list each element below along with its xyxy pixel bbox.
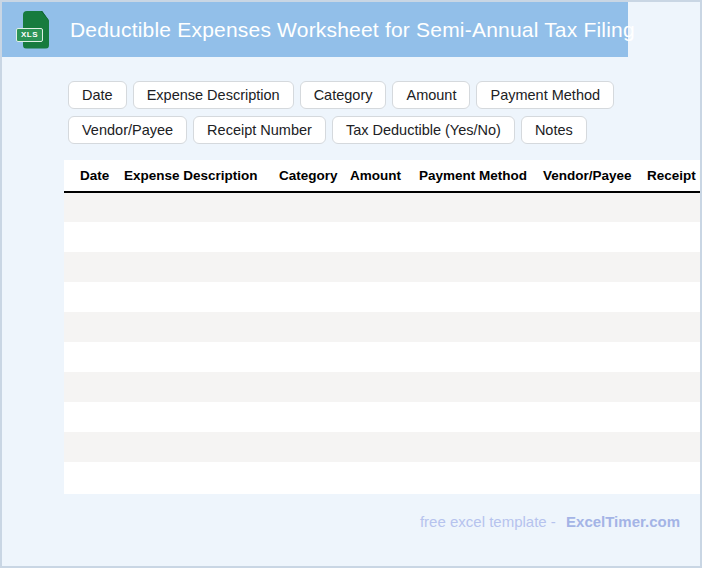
xls-file-icon: XLS [19,11,49,49]
table-cell[interactable] [124,432,279,462]
table-cell[interactable] [350,432,419,462]
table-cell[interactable] [279,342,350,372]
table-cell[interactable] [64,222,124,252]
footer-brand-link[interactable]: ExcelTimer.com [566,513,680,530]
field-chip-notes[interactable]: Notes [521,116,587,144]
table-cell[interactable] [350,282,419,312]
table-cell[interactable] [647,222,702,252]
table-cell[interactable] [64,432,124,462]
table-cell[interactable] [64,252,124,282]
table-cell[interactable] [350,192,419,222]
table-row[interactable] [64,372,702,402]
table-cell[interactable] [543,222,647,252]
table-row[interactable] [64,222,702,252]
table-cell[interactable] [543,402,647,432]
table-row[interactable] [64,432,702,462]
table-cell[interactable] [647,312,702,342]
table-cell[interactable] [350,402,419,432]
table-cell[interactable] [279,402,350,432]
table-cell[interactable] [419,342,543,372]
table-cell[interactable] [64,462,124,492]
field-chip-tax-deductible-yes-no[interactable]: Tax Deductible (Yes/No) [332,116,515,144]
xls-badge-label: XLS [16,28,43,42]
table-cell[interactable] [64,402,124,432]
table-cell[interactable] [350,222,419,252]
table-cell[interactable] [647,342,702,372]
table-cell[interactable] [647,282,702,312]
table-cell[interactable] [64,282,124,312]
page: { "header": { "title": "Deductible Expen… [0,0,702,568]
page-title: Deductible Expenses Worksheet for Semi-A… [70,18,635,42]
xls-fold-corner [41,11,49,21]
table-cell[interactable] [419,462,543,492]
table-cell[interactable] [350,252,419,282]
table-row[interactable] [64,462,702,492]
table-cell[interactable] [279,282,350,312]
field-chip-payment-method[interactable]: Payment Method [476,81,614,109]
footer-text: free excel template - [420,513,556,530]
table-cell[interactable] [124,192,279,222]
table-cell[interactable] [543,192,647,222]
field-chip-category[interactable]: Category [300,81,387,109]
table-cell[interactable] [64,192,124,222]
table-cell[interactable] [419,372,543,402]
table-cell[interactable] [279,462,350,492]
table-cell[interactable] [279,222,350,252]
table-row[interactable] [64,312,702,342]
header-bar: XLS Deductible Expenses Worksheet for Se… [2,2,628,57]
table-cell[interactable] [279,372,350,402]
table-cell[interactable] [279,192,350,222]
table-cell[interactable] [543,462,647,492]
table-cell[interactable] [64,372,124,402]
table-cell[interactable] [350,312,419,342]
table-cell[interactable] [279,312,350,342]
table-cell[interactable] [543,312,647,342]
table-cell[interactable] [647,402,702,432]
field-chips: DateExpense DescriptionCategoryAmountPay… [68,81,700,144]
table-cell[interactable] [350,342,419,372]
table-cell[interactable] [124,222,279,252]
table-cell[interactable] [647,432,702,462]
table-cell[interactable] [419,282,543,312]
table-cell[interactable] [64,312,124,342]
table-cell[interactable] [419,222,543,252]
table-cell[interactable] [64,342,124,372]
table-cell[interactable] [124,402,279,432]
table-cell[interactable] [647,372,702,402]
table-row[interactable] [64,342,702,372]
table-cell[interactable] [419,252,543,282]
table-cell[interactable] [647,252,702,282]
table-cell[interactable] [124,282,279,312]
table-cell[interactable] [543,252,647,282]
table-cell[interactable] [419,192,543,222]
table-cell[interactable] [350,372,419,402]
table-cell[interactable] [350,462,419,492]
table-cell[interactable] [124,462,279,492]
table-cell[interactable] [543,342,647,372]
table-cell[interactable] [124,372,279,402]
table-cell[interactable] [543,432,647,462]
table-cell[interactable] [419,312,543,342]
table-cell[interactable] [279,432,350,462]
field-chip-amount[interactable]: Amount [392,81,470,109]
table-cell[interactable] [647,192,702,222]
field-chip-date[interactable]: Date [68,81,127,109]
table-cell[interactable] [647,462,702,492]
table-row[interactable] [64,192,702,222]
table-row[interactable] [64,402,702,432]
table-cell[interactable] [279,252,350,282]
table-cell[interactable] [124,342,279,372]
table-cell[interactable] [124,312,279,342]
field-chip-receipt-number[interactable]: Receipt Number [193,116,326,144]
table-cell[interactable] [419,432,543,462]
column-header-category: Category [279,160,350,192]
field-chip-expense-description[interactable]: Expense Description [133,81,294,109]
table-row[interactable] [64,252,702,282]
table-cell[interactable] [419,402,543,432]
table-cell[interactable] [543,282,647,312]
table-cell[interactable] [543,372,647,402]
table-cell[interactable] [124,252,279,282]
field-chip-vendor-payee[interactable]: Vendor/Payee [68,116,187,144]
column-header-date: Date [64,160,124,192]
table-row[interactable] [64,282,702,312]
